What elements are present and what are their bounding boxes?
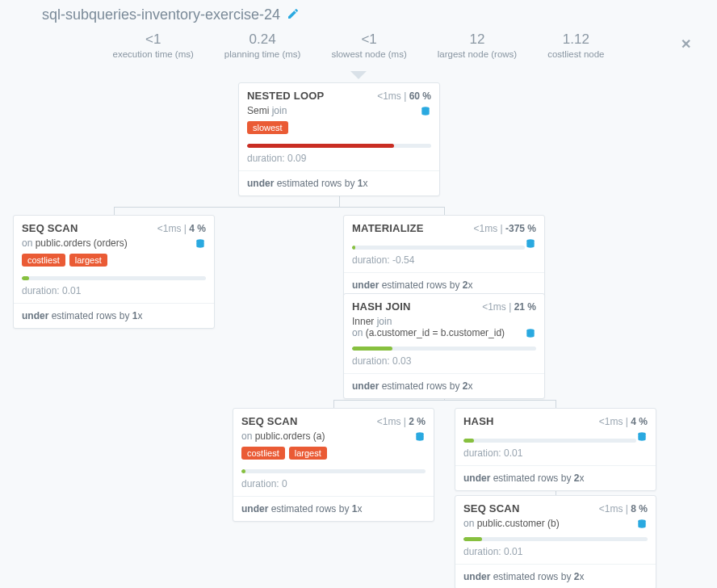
duration-text: duration: 0.09 xyxy=(239,151,439,170)
duration-bar xyxy=(463,537,648,541)
node-stats: <1ms | 2 % xyxy=(377,416,426,427)
connector xyxy=(333,400,556,401)
node-subtitle: on public.orders (orders) xyxy=(14,237,214,252)
duration-text: duration: 0.01 xyxy=(455,544,656,564)
duration-bar xyxy=(247,144,431,148)
node-title: NESTED LOOP xyxy=(247,90,324,102)
estimate-text: under estimated rows by 2x xyxy=(455,564,656,588)
node-seq-scan-orders[interactable]: SEQ SCAN <1ms | 4 % on public.orders (or… xyxy=(13,215,215,329)
metric-slowest-node: <1 slowest node (ms) xyxy=(331,32,406,59)
connector xyxy=(114,207,115,215)
connector xyxy=(114,207,445,208)
node-stats: <1ms | 60 % xyxy=(377,90,431,102)
node-seq-scan-customer[interactable]: SEQ SCAN <1ms | 8 % on public.customer (… xyxy=(455,495,656,588)
metric-execution-time: <1 execution time (ms) xyxy=(112,32,193,59)
page-header: sql-subqueries-inventory-exercise-24 xyxy=(0,0,717,27)
connector xyxy=(556,400,556,408)
edit-icon[interactable] xyxy=(287,7,300,23)
close-icon[interactable]: ✕ xyxy=(681,36,691,52)
estimate-text: under estimated rows by 2x xyxy=(344,373,544,398)
badge-slowest: slowest xyxy=(247,121,288,134)
node-hash-join[interactable]: HASH JOIN <1ms | 21 % Inner join on (a.c… xyxy=(343,293,545,399)
metric-planning-time: 0.24 planning time (ms) xyxy=(224,32,301,59)
duration-bar xyxy=(241,469,426,473)
node-subtitle: on public.orders (a) xyxy=(233,430,434,445)
node-badges: costliest largest xyxy=(233,445,434,464)
node-nested-loop[interactable]: NESTED LOOP <1ms | 60 % Semi join slowes… xyxy=(238,82,440,196)
node-title: MATERIALIZE xyxy=(352,222,424,234)
pointer-down-icon xyxy=(350,71,367,79)
node-badges: costliest largest xyxy=(14,252,214,271)
node-stats: <1ms | 21 % xyxy=(482,301,536,313)
node-subtitle: Semi join xyxy=(239,105,439,120)
node-stats: <1ms | -375 % xyxy=(473,223,536,234)
badge-largest: largest xyxy=(69,254,107,267)
estimate-text: under estimated rows by 1x xyxy=(14,303,214,328)
node-stats: <1ms | 8 % xyxy=(599,503,648,514)
badge-costliest: costliest xyxy=(241,447,285,460)
estimate-text: under estimated rows by 2x xyxy=(455,465,656,490)
node-title: HASH xyxy=(463,415,494,427)
node-title: HASH JOIN xyxy=(352,300,411,313)
duration-bar xyxy=(352,346,536,351)
estimate-text: under estimated rows by 1x xyxy=(233,496,434,521)
metric-costliest-node: 1.12 costliest node xyxy=(547,32,604,59)
duration-text: duration: 0.03 xyxy=(344,354,544,373)
connector xyxy=(444,207,445,215)
badge-largest: largest xyxy=(289,447,327,460)
node-title: SEQ SCAN xyxy=(463,502,520,514)
page-title: sql-subqueries-inventory-exercise-24 xyxy=(42,6,280,23)
database-icon[interactable] xyxy=(636,518,648,530)
node-hash[interactable]: HASH <1ms | 4 % duration: 0.01 under est… xyxy=(455,408,656,491)
duration-text: duration: 0.01 xyxy=(14,284,214,303)
duration-bar xyxy=(352,246,525,250)
badge-costliest: costliest xyxy=(22,254,65,267)
node-subtitle: on public.customer (b) xyxy=(455,518,656,532)
connector xyxy=(333,400,334,408)
estimate-text: under estimated rows by 1x xyxy=(239,170,439,195)
metric-largest-node: 12 largest node (rows) xyxy=(438,32,517,59)
node-subtitle: Inner join on (a.customer_id = b.custome… xyxy=(344,316,544,342)
duration-bar xyxy=(463,439,636,443)
node-stats: <1ms | 4 % xyxy=(599,416,648,427)
node-materialize[interactable]: MATERIALIZE <1ms | -375 % duration: -0.5… xyxy=(343,215,545,298)
node-badges: slowest xyxy=(239,120,439,139)
metrics-row: <1 execution time (ms) 0.24 planning tim… xyxy=(0,27,717,72)
database-icon[interactable] xyxy=(525,237,536,250)
duration-bar xyxy=(22,276,206,280)
database-icon[interactable] xyxy=(420,105,431,117)
node-title: SEQ SCAN xyxy=(241,415,298,427)
database-icon[interactable] xyxy=(414,430,426,443)
node-stats: <1ms | 4 % xyxy=(157,223,206,234)
duration-text: duration: 0 xyxy=(233,477,434,496)
duration-text: duration: -0.54 xyxy=(344,253,544,272)
database-icon[interactable] xyxy=(636,430,648,443)
database-icon[interactable] xyxy=(195,237,206,250)
node-seq-scan-orders-a[interactable]: SEQ SCAN <1ms | 2 % on public.orders (a)… xyxy=(233,408,434,522)
database-icon[interactable] xyxy=(525,327,536,339)
duration-text: duration: 0.01 xyxy=(455,446,656,465)
node-title: SEQ SCAN xyxy=(22,222,78,234)
